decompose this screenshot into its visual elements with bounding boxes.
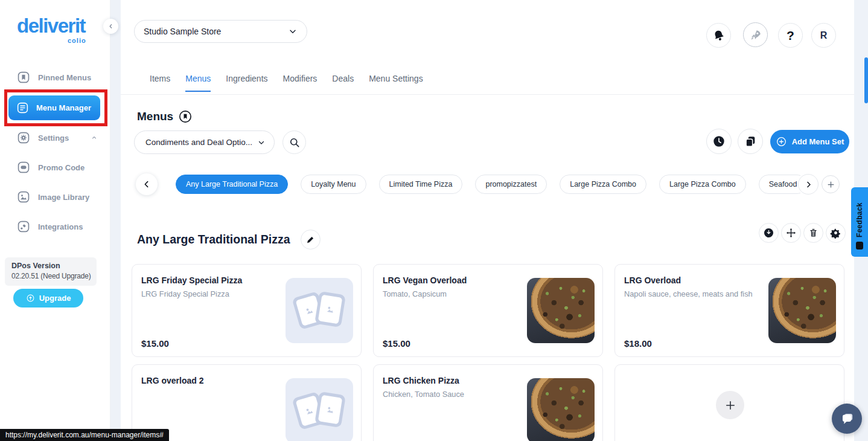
menu-set-chip-large-pizza-combo-2[interactable]: Large Pizza Combo xyxy=(659,175,746,194)
plus-icon xyxy=(826,180,835,189)
add-menu-set-button[interactable]: Add Menu Set xyxy=(770,130,849,153)
photo-placeholder-icon xyxy=(314,291,346,327)
item-image-placeholder xyxy=(286,278,353,343)
item-name: LRG Chicken Pizza xyxy=(383,376,459,385)
add-menu-set-label: Add Menu Set xyxy=(792,137,844,146)
sidebar-item-integrations[interactable]: Integrations xyxy=(0,218,110,235)
search-button[interactable] xyxy=(282,130,306,154)
item-photo xyxy=(768,278,836,343)
item-description: Chicken, Tomato Sauce xyxy=(383,390,464,399)
tab-menu-settings[interactable]: Menu Settings xyxy=(369,74,423,92)
chevron-right-icon xyxy=(804,180,813,189)
page-scrollbar-thumb[interactable] xyxy=(864,57,868,103)
sidebar-item-settings[interactable]: Settings xyxy=(0,129,110,146)
menu-set-chip-any-large-traditional-pizza[interactable]: Any Large Traditional Pizza xyxy=(176,175,288,194)
add-menu-item-card[interactable] xyxy=(614,364,844,441)
sidebar: deliverit colio Pinned Menus Menu Manage… xyxy=(0,0,110,441)
menu-set-chip-limited-time-pizza[interactable]: Limited Time Pizza xyxy=(379,175,463,194)
integrations-square-icon xyxy=(17,220,30,233)
copy-icon xyxy=(744,135,757,148)
plus-circle-icon xyxy=(776,136,787,147)
item-price: $15.00 xyxy=(141,338,169,349)
add-menu-set-chip-button[interactable] xyxy=(822,175,840,193)
upgrade-label: Upgrade xyxy=(39,294,71,303)
sidebar-item-label: Pinned Menus xyxy=(38,73,91,82)
item-name: LRG Vegan Overload xyxy=(383,275,467,285)
main-panel: Studio Sample Store ? R Items Menus Ingr… xyxy=(121,0,854,441)
tab-items[interactable]: Items xyxy=(150,74,170,92)
sidebar-item-label: Promo Code xyxy=(38,163,85,172)
search-icon xyxy=(289,137,301,149)
trash-icon xyxy=(808,228,819,238)
sidebar-item-promo-code[interactable]: Promo Code xyxy=(0,159,110,176)
move-menu-set-button[interactable] xyxy=(781,223,801,243)
sidebar-item-label: Menu Manager xyxy=(36,103,91,112)
dpos-version-value: 02.20.51 (Need Upgrade) xyxy=(11,272,97,280)
menu-set-chip-seafood[interactable]: Seafood xyxy=(759,175,800,194)
menu-item-card-lrg-chicken-pizza[interactable]: LRG Chicken Pizza Chicken, Tomato Sauce xyxy=(373,364,603,441)
store-selector[interactable]: Studio Sample Store xyxy=(134,20,307,43)
upgrade-icon xyxy=(26,294,35,303)
edit-menu-set-button[interactable] xyxy=(301,230,321,249)
item-price: $18.00 xyxy=(624,338,652,349)
duplicate-button[interactable] xyxy=(738,129,763,154)
tab-modifiers[interactable]: Modifiers xyxy=(283,74,318,92)
menu-item-card-lrg-overload[interactable]: LRG Overload Napoli sauce, cheese, meats… xyxy=(614,264,844,357)
menu-set-chip-loyalty-menu[interactable]: Loyalty Menu xyxy=(301,175,366,194)
sidebar-item-image-library[interactable]: Image Library xyxy=(0,188,110,205)
sidebar-item-label: Integrations xyxy=(38,222,83,231)
avatar-letter: R xyxy=(820,30,828,41)
chevron-up-icon xyxy=(91,134,98,141)
pencil-icon xyxy=(306,235,315,244)
tab-ingredients[interactable]: Ingredients xyxy=(226,74,267,92)
sidebar-collapse-button[interactable] xyxy=(103,19,118,34)
chips-scroll-left-button[interactable] xyxy=(136,173,158,195)
user-avatar[interactable]: R xyxy=(811,23,836,48)
add-item-button[interactable] xyxy=(716,391,744,419)
tab-deals[interactable]: Deals xyxy=(332,74,354,92)
menu-manager-tabs: Items Menus Ingredients Modifiers Deals … xyxy=(150,74,423,92)
tab-menus[interactable]: Menus xyxy=(185,74,211,92)
upgrade-button[interactable]: Upgrade xyxy=(13,289,83,307)
help-button[interactable]: ? xyxy=(778,23,803,48)
chevron-left-icon xyxy=(142,179,152,189)
sidebar-item-label: Image Library xyxy=(38,193,89,202)
item-description: Tomato, Capsicum xyxy=(383,289,447,298)
store-selector-value: Studio Sample Store xyxy=(144,27,221,36)
item-description: LRG Friday Special Pizza xyxy=(141,289,229,298)
sidebar-item-menu-manager[interactable]: Menu Manager xyxy=(8,95,100,120)
chevron-down-icon xyxy=(257,138,266,147)
menu-items-grid: LRG Friday Special Pizza LRG Friday Spec… xyxy=(132,264,844,441)
feedback-chat-icon xyxy=(856,242,863,249)
chat-launcher-button[interactable] xyxy=(832,404,862,434)
gear-icon xyxy=(830,227,841,239)
photo-placeholder-icon xyxy=(314,391,346,428)
item-price: $15.00 xyxy=(383,338,410,349)
menu-set-filter-select[interactable]: Condiments and Deal Optio... xyxy=(134,130,275,154)
notifications-button[interactable] xyxy=(706,23,731,48)
gear-square-icon xyxy=(17,131,30,144)
dpos-version-title: DPos Version xyxy=(11,262,97,270)
menu-set-settings-button[interactable] xyxy=(826,223,846,243)
history-button[interactable] xyxy=(706,129,732,154)
menu-item-card-lrg-vegan-overload[interactable]: LRG Vegan Overload Tomato, Capsicum $15.… xyxy=(373,264,603,357)
export-menu-set-button[interactable] xyxy=(759,223,779,243)
chips-scroll-right-button[interactable] xyxy=(798,174,819,195)
menu-item-card-lrg-friday-special-pizza[interactable]: LRG Friday Special Pizza LRG Friday Spec… xyxy=(132,264,362,357)
feedback-tab[interactable]: Feedback xyxy=(851,187,868,257)
feedback-label: Feedback xyxy=(855,202,864,237)
item-photo xyxy=(527,378,595,441)
chevron-down-icon xyxy=(288,27,298,36)
item-photo xyxy=(527,278,595,343)
menus-heading-text: Menus xyxy=(137,110,173,123)
chat-bubble-icon xyxy=(839,411,855,427)
chevron-left-icon xyxy=(107,23,114,30)
whats-new-button[interactable] xyxy=(743,22,768,47)
delete-menu-set-button[interactable] xyxy=(803,223,823,243)
sidebar-item-label: Settings xyxy=(38,134,69,143)
bookmark-circle-icon[interactable] xyxy=(179,110,192,123)
menu-set-chip-promopizzatest[interactable]: promopizzatest xyxy=(475,175,547,194)
sidebar-item-pinned-menus[interactable]: Pinned Menus xyxy=(0,69,110,86)
menu-set-chip-large-pizza-combo-1[interactable]: Large Pizza Combo xyxy=(560,175,646,194)
status-url-tooltip: https://my.deliverit.com.au/menu-manager… xyxy=(0,429,169,441)
